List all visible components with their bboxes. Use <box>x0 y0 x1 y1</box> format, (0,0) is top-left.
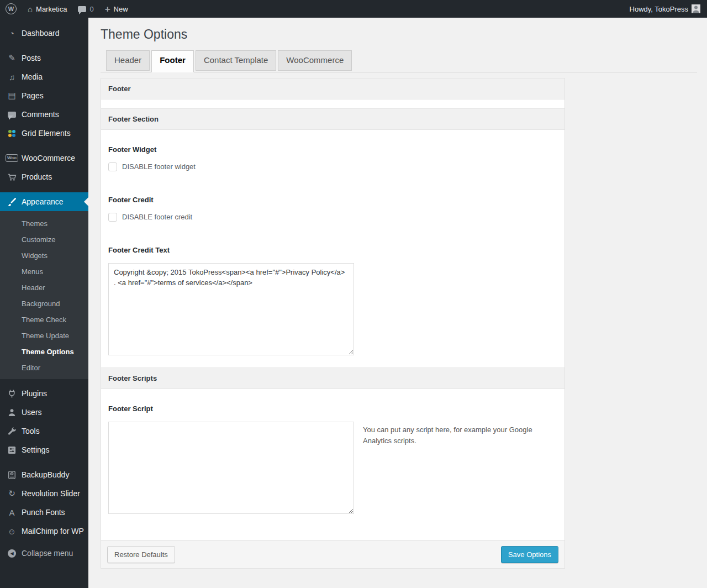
comments-menu[interactable]: 0 <box>72 0 99 18</box>
disable-footer-widget-checkbox[interactable] <box>108 162 117 171</box>
account-menu[interactable]: Howdy, TokoPress <box>624 0 700 18</box>
panel-action-row: Restore Defaults Save Options <box>101 540 564 568</box>
panel-spacer <box>101 99 564 108</box>
sidebar-item-punch-fonts[interactable]: A Punch Fonts <box>0 503 88 522</box>
sidebar-item-comments[interactable]: Comments <box>0 105 88 124</box>
footer-credit-label: Footer Credit <box>108 196 557 204</box>
howdy-text: Howdy, TokoPress <box>630 5 688 13</box>
site-name: Marketica <box>36 5 67 13</box>
sidebar-item-posts[interactable]: ✎ Posts <box>0 49 88 67</box>
appearance-submenu: Themes Customize Widgets Menus Header Ba… <box>0 211 88 379</box>
collapse-menu-button[interactable]: ◀ Collapse menu <box>0 544 88 563</box>
footer-scripts-body: Footer Script You can put any script her… <box>101 389 564 540</box>
woocommerce-badge-icon: Woo <box>6 154 18 162</box>
footer-credit-text-label: Footer Credit Text <box>108 246 557 254</box>
user-avatar <box>692 4 700 13</box>
submenu-customize[interactable]: Customize <box>0 232 88 248</box>
wp-logo-menu[interactable]: W <box>0 0 22 18</box>
admin-sidebar: ◔ Dashboard ✎ Posts ♫ Media ▤ Pages Comm… <box>0 18 88 588</box>
sidebar-item-backupbuddy[interactable]: BackupBuddy <box>0 465 88 484</box>
dashboard-gauge-icon: ◔ <box>6 29 18 38</box>
tab-contact-template[interactable]: Contact Template <box>196 50 276 71</box>
mailchimp-monkey-icon: ☺ <box>6 527 18 536</box>
appearance-brush-icon <box>6 197 18 207</box>
footer-widget-label: Footer Widget <box>108 145 557 154</box>
tab-woocommerce[interactable]: WooCommerce <box>278 50 352 71</box>
sidebar-item-users[interactable]: Users <box>0 403 88 422</box>
sidebar-item-pages[interactable]: ▤ Pages <box>0 86 88 105</box>
settings-sliders-icon <box>6 445 18 455</box>
home-icon: ⌂ <box>28 4 33 14</box>
footer-script-group: Footer Script You can put any script her… <box>108 405 557 514</box>
tab-header[interactable]: Header <box>106 50 150 71</box>
sidebar-item-tools[interactable]: Tools <box>0 422 88 440</box>
footer-section-body: Footer Widget DISABLE footer widget Foot… <box>101 130 564 368</box>
footer-script-label: Footer Script <box>108 405 557 413</box>
sidebar-item-revolution-slider[interactable]: ↻ Revolution Slider <box>0 484 88 503</box>
sidebar-item-woocommerce[interactable]: Woo WooCommerce <box>0 149 88 167</box>
disable-footer-credit-checkbox[interactable] <box>108 213 117 222</box>
disable-footer-widget-text[interactable]: DISABLE footer widget <box>122 162 196 171</box>
theme-options-panel: Footer Footer Section Footer Widget DISA… <box>101 78 565 569</box>
sidebar-item-mailchimp[interactable]: ☺ MailChimp for WP <box>0 522 88 540</box>
tools-wrench-icon <box>6 427 18 436</box>
main-content: Theme Options HeaderFooterContact Templa… <box>88 18 707 588</box>
media-notes-icon: ♫ <box>6 72 18 82</box>
new-label: New <box>114 5 128 13</box>
revolution-slider-refresh-icon: ↻ <box>6 489 18 498</box>
submenu-menus[interactable]: Menus <box>0 264 88 280</box>
grid-elements-icon <box>6 129 18 138</box>
footer-credit-group: Footer Credit DISABLE footer credit <box>108 196 557 222</box>
tab-bar: HeaderFooterContact TemplateWooCommerce <box>101 50 697 72</box>
comments-bubble-icon <box>6 112 18 118</box>
restore-defaults-button[interactable]: Restore Defaults <box>107 546 175 563</box>
footer-credit-text-textarea[interactable]: Copyright &copy; 2015 TokoPress<span><a … <box>108 263 354 355</box>
submenu-widgets[interactable]: Widgets <box>0 248 88 264</box>
plugins-plug-icon <box>6 389 18 398</box>
posts-pin-icon: ✎ <box>6 53 18 63</box>
submenu-editor[interactable]: Editor <box>0 360 88 376</box>
submenu-themes[interactable]: Themes <box>0 216 88 232</box>
footer-script-textarea[interactable] <box>108 422 354 514</box>
new-content-menu[interactable]: + New <box>99 0 134 18</box>
site-link[interactable]: ⌂ Marketica <box>22 0 72 18</box>
backupbuddy-drive-icon <box>6 470 18 480</box>
punch-fonts-letter-icon: A <box>6 508 18 517</box>
admin-bar: W ⌂ Marketica 0 + New Howdy, TokoPress <box>0 0 707 18</box>
section-title-footer-section: Footer Section <box>101 108 564 130</box>
disable-footer-credit-text[interactable]: DISABLE footer credit <box>122 213 192 221</box>
save-options-button[interactable]: Save Options <box>501 546 558 563</box>
section-title-footer-scripts: Footer Scripts <box>101 368 564 389</box>
footer-credit-text-group: Footer Credit Text Copyright &copy; 2015… <box>108 246 557 355</box>
footer-script-help-text: You can put any script here, for example… <box>363 422 534 447</box>
box-title-footer: Footer <box>101 78 564 99</box>
sidebar-item-dashboard[interactable]: ◔ Dashboard <box>0 24 88 43</box>
users-person-icon <box>6 408 18 417</box>
tab-footer[interactable]: Footer <box>151 50 194 72</box>
sidebar-item-appearance[interactable]: Appearance <box>0 192 88 211</box>
sidebar-item-settings[interactable]: Settings <box>0 440 88 459</box>
wordpress-logo-icon: W <box>6 3 17 14</box>
sidebar-item-grid-elements[interactable]: Grid Elements <box>0 124 88 143</box>
submenu-header[interactable]: Header <box>0 280 88 296</box>
collapse-arrow-icon: ◀ <box>6 549 18 558</box>
page-title: Theme Options <box>101 24 697 48</box>
submenu-background[interactable]: Background <box>0 296 88 312</box>
plus-icon: + <box>105 4 110 14</box>
submenu-theme-options[interactable]: Theme Options <box>0 344 88 360</box>
sidebar-item-media[interactable]: ♫ Media <box>0 67 88 86</box>
comments-count: 0 <box>89 5 93 13</box>
products-cart-icon <box>6 172 18 182</box>
sidebar-item-products[interactable]: Products <box>0 167 88 186</box>
sidebar-item-plugins[interactable]: Plugins <box>0 384 88 403</box>
pages-icon: ▤ <box>6 91 18 101</box>
footer-widget-group: Footer Widget DISABLE footer widget <box>108 145 557 171</box>
comment-bubble-icon <box>78 6 86 12</box>
submenu-theme-check[interactable]: Theme Check <box>0 312 88 328</box>
submenu-theme-update[interactable]: Theme Update <box>0 328 88 344</box>
